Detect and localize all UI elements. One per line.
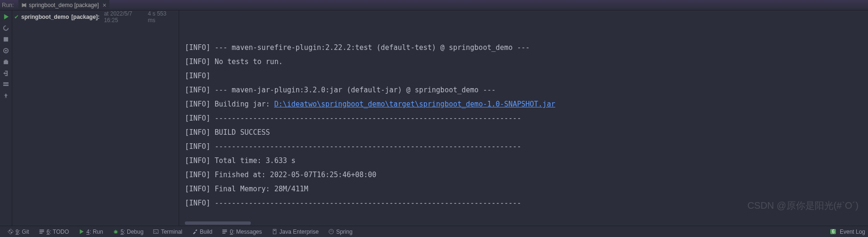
git-icon [8,229,14,235]
todo-icon [39,229,45,235]
svg-rect-15 [223,231,227,232]
console-line: [INFO] Building jar: D:\ideatwo\springbo… [185,97,862,111]
sb-build[interactable]: Build [187,226,217,237]
console-line: [INFO] --- maven-jar-plugin:3.2.0:jar (d… [185,83,862,97]
console-line: [INFO] Final Memory: 28M/411M [185,182,862,196]
bug-icon [113,229,119,235]
svg-rect-6 [3,85,8,86]
tree-run-pkg: [package]: [71,14,99,20]
spring-icon [328,229,334,235]
run-config-tab[interactable]: springboot_demo [package] × [18,0,109,10]
sb-git[interactable]: 9: Git [3,226,34,237]
svg-point-19 [329,229,334,234]
tree-run-duration: 4 s 553 ms [148,10,174,24]
event-log-label[interactable]: Event Log [840,229,865,235]
console-line: [INFO] ---------------------------------… [185,111,862,125]
svg-rect-18 [273,230,275,231]
sb-spring[interactable]: Spring [323,226,357,237]
svg-rect-4 [5,60,8,61]
status-bar: 9: Git 6: TODO 4: Run 5: Debug Terminal … [0,226,868,237]
svg-rect-14 [223,229,227,230]
main-area: ✔ springboot_demo [package]: at 2022/5/7… [0,10,868,226]
tab-label: springboot_demo [package] [29,2,99,8]
stop-icon[interactable] [2,36,9,43]
svg-rect-3 [4,61,8,65]
tree-run-timestamp: at 2022/5/7 16:25 [104,10,145,24]
horizontal-scrollbar[interactable] [185,221,251,225]
run-toolwindow-header[interactable]: Run: springboot_demo [package] × [0,0,868,10]
sb-right-group: 6 Event Log [830,229,865,235]
svg-rect-10 [39,231,44,232]
console-line: [INFO] Finished at: 2022-05-07T16:25:46+… [185,168,862,182]
close-icon[interactable]: × [102,1,106,9]
dump-icon[interactable] [2,58,9,65]
maven-icon [21,2,27,8]
svg-rect-5 [3,82,8,84]
play-icon [78,229,84,235]
hammer-icon [192,229,198,235]
console-line: [INFO] No tests to run. [185,55,862,69]
pin-icon[interactable] [2,92,9,99]
sb-debug[interactable]: 5: Debug [108,226,149,237]
jar-path-link[interactable]: D:\ideatwo\springboot_demo\target\spring… [274,100,555,108]
tree-run-name: springboot_demo [21,14,69,20]
rerun-failed-icon[interactable] [2,25,9,32]
messages-icon [222,229,228,235]
sb-run[interactable]: 4: Run [74,226,107,237]
svg-point-7 [9,230,10,231]
run-tree-panel[interactable]: ✔ springboot_demo [package]: at 2022/5/7… [12,10,179,226]
svg-rect-13 [154,229,158,233]
java-ee-icon [272,229,278,235]
console-line: [INFO] ---------------------------------… [185,139,862,154]
terminal-icon [153,229,159,235]
svg-rect-16 [223,233,226,234]
console-line: [INFO] Total time: 3.633 s [185,154,862,168]
console-output[interactable]: [INFO] --- maven-surefire-plugin:2.22.2:… [179,10,868,226]
event-badge[interactable]: 6 [830,229,836,234]
svg-rect-11 [39,233,42,234]
console-line: [INFO] BUILD SUCCESS [185,125,862,139]
rerun-icon[interactable] [2,13,9,20]
svg-rect-9 [39,229,44,230]
sb-java-enterprise[interactable]: Java Enterprise [267,226,323,237]
sb-messages[interactable]: 0: Messages [217,226,266,237]
exit-icon[interactable] [2,70,9,77]
toggle-icon[interactable] [2,47,9,54]
tree-root-item[interactable]: ✔ springboot_demo [package]: at 2022/5/7… [12,12,179,22]
sb-terminal[interactable]: Terminal [148,226,187,237]
run-gutter [0,10,12,226]
run-label: Run: [2,2,14,8]
watermark-text: CSDN @原你是阳光(#`O´) [747,198,859,212]
layout-icon[interactable] [2,81,9,88]
console-line: [INFO] --- maven-surefire-plugin:2.22.2:… [185,41,862,55]
success-check-icon: ✔ [14,14,19,20]
console-line: [INFO] [185,69,862,83]
svg-point-2 [5,50,7,52]
sb-todo[interactable]: 6: TODO [34,226,74,237]
svg-rect-17 [273,229,276,234]
svg-point-8 [11,232,12,233]
svg-rect-0 [4,37,8,41]
